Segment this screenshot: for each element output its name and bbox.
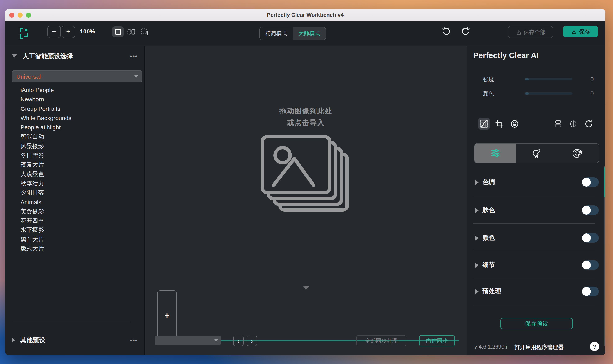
expand-triangle-icon[interactable] — [475, 180, 479, 185]
minimize-button[interactable] — [18, 12, 23, 17]
chevron-down-icon — [134, 75, 138, 78]
save-all-button[interactable]: 保存全部 — [508, 26, 553, 38]
other-presets-menu-dots[interactable]: ••• — [130, 337, 138, 344]
ai-color-slider[interactable] — [525, 92, 572, 94]
filmstrip-collapse-icon[interactable] — [303, 286, 309, 290]
expand-triangle-icon[interactable] — [475, 235, 479, 241]
section-divider — [473, 251, 595, 251]
view-compare-button[interactable] — [139, 26, 150, 37]
expand-triangle-icon[interactable] — [475, 289, 479, 294]
expand-triangle-icon[interactable] — [475, 208, 479, 213]
adjustments-panel: Perfectly Clear AI 强度 0 颜色 0 — [467, 46, 605, 355]
preset-item[interactable]: 风景摄影 — [5, 142, 145, 151]
preset-item[interactable]: 水下摄影 — [5, 225, 145, 235]
ai-color-slider-fill — [525, 92, 529, 94]
fullscreen-button[interactable] — [26, 12, 31, 17]
section-toggle[interactable] — [582, 286, 599, 296]
close-button[interactable] — [9, 12, 14, 17]
app-window: Perfectly Clear Workbench v4 − + 100% — [5, 9, 605, 355]
save-button[interactable]: 保存 — [563, 26, 598, 37]
zoom-level: 100% — [80, 26, 95, 37]
strength-label: 强度 — [483, 76, 494, 83]
filmstrip-dropdown[interactable] — [155, 336, 221, 345]
preset-item[interactable]: 美食摄影 — [5, 207, 145, 216]
next-image-button[interactable]: › — [247, 336, 257, 346]
view-single-button[interactable] — [112, 26, 123, 37]
panel-scrollbar[interactable] — [604, 166, 605, 346]
expand-triangle-icon[interactable] — [475, 263, 479, 268]
face-smiley-icon[interactable] — [509, 118, 520, 130]
preset-group-value: Universal — [16, 73, 134, 80]
zoom-in-button[interactable]: + — [62, 26, 75, 38]
add-image-tile[interactable]: + — [158, 290, 177, 340]
help-button[interactable]: ? — [590, 342, 599, 351]
section-divider — [473, 223, 595, 224]
preset-item[interactable]: iAuto People — [5, 85, 145, 95]
strength-slider-fill — [525, 78, 529, 80]
preset-item[interactable]: Animals — [5, 197, 145, 207]
section-divider — [473, 305, 595, 305]
download-icon — [571, 29, 577, 35]
panel-scrollbar-thumb[interactable] — [604, 167, 605, 197]
section-tone[interactable]: 色调 — [467, 177, 605, 187]
open-app-manager-link[interactable]: 打开应用程序管理器 — [515, 343, 564, 351]
expand-triangle-icon[interactable] — [12, 338, 15, 343]
toggle-knob — [582, 178, 591, 187]
titlebar: Perfectly Clear Workbench v4 — [5, 9, 605, 21]
strength-slider[interactable] — [525, 78, 572, 80]
preset-item[interactable]: 版式大片 — [5, 244, 145, 253]
section-label: 色调 — [482, 178, 495, 186]
save-preset-button[interactable]: 保存预设 — [500, 318, 573, 329]
save-all-label: 保存全部 — [524, 28, 545, 36]
view-split-button[interactable] — [126, 26, 137, 37]
sync-forward-button[interactable]: 向前同步 — [419, 335, 455, 346]
preset-item[interactable]: 冬日雪景 — [5, 151, 145, 160]
image-stack-icon — [261, 135, 351, 217]
tab-ai-beautify[interactable] — [516, 143, 557, 163]
other-presets-row[interactable]: 其他预设 ••• — [5, 335, 145, 345]
mode-simple-tab[interactable]: 精简模式 — [260, 27, 293, 40]
collapse-triangle-icon[interactable] — [12, 54, 17, 58]
section-skin[interactable]: 肤色 — [467, 206, 605, 215]
redo-button[interactable] — [461, 27, 470, 36]
window-title: Perfectly Clear Workbench v4 — [267, 12, 344, 18]
zoom-out-button[interactable]: − — [47, 26, 61, 38]
preset-item[interactable]: Newborn — [5, 95, 145, 104]
section-toggle[interactable] — [582, 260, 599, 270]
image-canvas-dropzone[interactable]: 拖动图像到此处 或点击导入 + — [145, 46, 467, 355]
split-horizontal-compare-icon[interactable] — [552, 118, 564, 130]
prev-image-button[interactable]: ‹ — [233, 336, 244, 346]
preset-list: iAuto People Newborn Group Portraits Whi… — [5, 85, 145, 253]
toggle-knob — [582, 206, 591, 215]
preset-item[interactable]: 夕阳日落 — [5, 188, 145, 197]
sidebar-menu-dots[interactable]: ••• — [130, 52, 138, 60]
section-toggle[interactable] — [582, 206, 599, 215]
preset-item[interactable]: 智能自动 — [5, 132, 145, 142]
rotate-reset-icon[interactable] — [583, 118, 595, 130]
other-presets-label: 其他预设 — [20, 336, 130, 344]
preset-item[interactable]: 夜景大片 — [5, 160, 145, 169]
mode-toggle: 精简模式 大师模式 — [259, 27, 326, 40]
strength-value: 0 — [590, 76, 594, 82]
preset-item[interactable]: 大漠景色 — [5, 169, 145, 179]
preset-item[interactable]: White Backgrounds — [5, 113, 145, 123]
tab-manual-adjust[interactable] — [474, 143, 516, 163]
preset-item[interactable]: 黑白大片 — [5, 235, 145, 244]
preset-item[interactable]: Group Portraits — [5, 104, 145, 113]
section-color[interactable]: 颜色 — [467, 233, 605, 243]
tab-color-palette[interactable] — [557, 143, 599, 163]
preset-item[interactable]: 秋季活力 — [5, 179, 145, 188]
section-preprocess[interactable]: 预处理 — [467, 286, 605, 297]
curves-histogram-icon[interactable] — [478, 118, 490, 130]
section-toggle[interactable] — [582, 177, 599, 187]
preset-item[interactable]: People at Night — [5, 123, 145, 132]
section-toggle[interactable] — [582, 233, 599, 243]
undo-button[interactable] — [442, 27, 451, 36]
split-vertical-compare-icon[interactable] — [567, 118, 579, 130]
sync-all-button[interactable]: 全部同步处理 — [356, 335, 406, 346]
mode-master-tab[interactable]: 大师模式 — [293, 27, 326, 40]
preset-group-dropdown[interactable]: Universal — [12, 70, 142, 82]
section-detail[interactable]: 细节 — [467, 260, 605, 270]
preset-item[interactable]: 花开四季 — [5, 216, 145, 225]
crop-icon[interactable] — [493, 118, 505, 130]
